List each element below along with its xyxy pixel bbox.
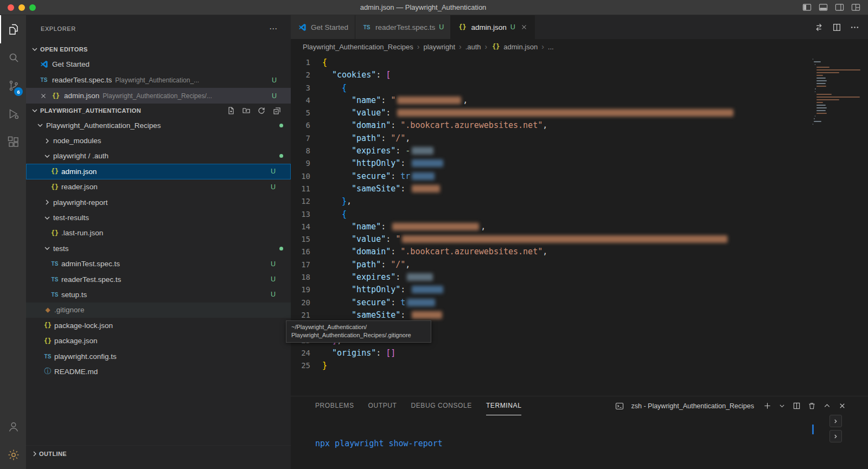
breadcrumb-item-admin.json[interactable]: {}admin.json — [491, 43, 538, 51]
line-number: 3 — [291, 82, 322, 94]
run-debug-icon[interactable] — [0, 100, 26, 128]
tab-readerTest.spec.ts[interactable]: TSreaderTest.spec.tsU — [355, 15, 451, 39]
tab-Get Started[interactable]: Get Started — [291, 15, 355, 39]
close-window-button[interactable] — [8, 4, 14, 11]
customize-layout-icon[interactable] — [851, 3, 860, 12]
code-line-4[interactable]: 4"name": ", — [291, 94, 868, 107]
tree-item-setup.ts[interactable]: TSsetup.tsU — [26, 287, 291, 302]
zoom-window-button[interactable] — [29, 4, 36, 11]
new-folder-icon[interactable] — [242, 106, 251, 115]
breadcrumb-item-.auth[interactable]: .auth — [465, 43, 481, 51]
minimize-window-button[interactable] — [18, 4, 25, 11]
code-line-11[interactable]: 11"sameSite": — [291, 183, 868, 195]
code-line-9[interactable]: 9"httpOnly": — [291, 157, 868, 170]
code-line-8[interactable]: 8"expires": - — [291, 145, 868, 157]
tree-item-.gitignore[interactable]: ◆.gitignore — [26, 303, 291, 318]
tree-item-.last-run.json[interactable]: {}.last-run.json — [26, 226, 291, 241]
close-editor-icon[interactable] — [39, 92, 48, 100]
code-line-12[interactable]: 12}, — [291, 195, 868, 208]
minimap[interactable] — [813, 59, 861, 126]
terminal-command[interactable]: npx playwright show-report — [315, 439, 443, 448]
code-line-24[interactable]: 24"origins": [] — [291, 347, 868, 359]
redacted-value — [412, 172, 435, 180]
search-icon[interactable] — [0, 43, 26, 72]
tree-item-playwright-report[interactable]: playwright-report — [26, 195, 291, 210]
code-line-21[interactable]: 21"sameSite": — [291, 309, 868, 322]
new-terminal-icon[interactable] — [763, 402, 771, 410]
tree-item-playwright / .auth[interactable]: playwright / .auth — [26, 149, 291, 164]
code-line-1[interactable]: 1{ — [291, 56, 868, 69]
new-file-icon[interactable] — [227, 106, 235, 115]
toggle-sidebar-left-icon[interactable] — [802, 3, 812, 12]
open-editor-admin.json[interactable]: {}admin.jsonPlaywright_Authentication_Re… — [26, 88, 291, 104]
outline-section[interactable]: OUTLINE — [26, 445, 291, 461]
code-line-7[interactable]: 7"path": "/", — [291, 132, 868, 145]
tree-item-adminTest.spec.ts[interactable]: TSadminTest.spec.tsU — [26, 256, 291, 272]
tree-item-Playwright_Authentication_Recipes[interactable]: Playwright_Authentication_Recipes — [26, 118, 291, 133]
split-terminal-icon[interactable] — [793, 402, 801, 410]
code-line-15[interactable]: 15"value": " — [291, 233, 868, 246]
kill-terminal-icon[interactable] — [808, 402, 816, 410]
more-actions-icon[interactable] — [850, 23, 859, 32]
collapse-folders-icon[interactable] — [272, 106, 281, 115]
tree-item-reader.json[interactable]: {}reader.jsonU — [26, 179, 291, 195]
panel-tab-problems[interactable]: PROBLEMS — [315, 396, 354, 415]
tree-item-playwright.config.ts[interactable]: TSplaywright.config.ts — [26, 349, 291, 364]
navigate-changes-icon[interactable] — [814, 23, 824, 32]
tree-item-readerTest.spec.ts[interactable]: TSreaderTest.spec.tsU — [26, 272, 291, 287]
code-line-16[interactable]: 16"domain": ".bookcart.azurewebsites.net… — [291, 246, 868, 258]
tree-item-label: admin.json — [61, 168, 97, 176]
code-line-5[interactable]: 5"value": — [291, 107, 868, 119]
breadcrumb-item-playwright[interactable]: playwright — [423, 43, 455, 51]
code-line-2[interactable]: 2"cookies": [ — [291, 69, 868, 81]
code-line-13[interactable]: 13{ — [291, 208, 868, 221]
tree-item-package.json[interactable]: {}package.json — [26, 333, 291, 348]
panel-tab-output[interactable]: OUTPUT — [368, 396, 397, 415]
code-line-6[interactable]: 6"domain": ".bookcart.azurewebsites.net"… — [291, 119, 868, 132]
tree-item-README.md[interactable]: ⓘREADME.md — [26, 364, 291, 379]
toggle-panel-icon[interactable] — [819, 3, 828, 12]
code-editor[interactable]: 1{2"cookies": [3{4"name": ",5"value": 6"… — [291, 54, 868, 396]
extensions-icon[interactable] — [0, 128, 26, 156]
project-header[interactable]: PLAYWRIGHT_AUTHENTICATION — [26, 104, 291, 118]
explorer-more-icon[interactable]: ⋯ — [269, 24, 278, 34]
split-editor-icon[interactable] — [832, 23, 841, 32]
close-tab-icon[interactable] — [520, 23, 528, 31]
terminal-scrollbar[interactable] — [812, 425, 814, 434]
maximize-panel-icon[interactable] — [823, 402, 831, 410]
breadcrumb-item-Playwright_Authentication_Recipes[interactable]: Playwright_Authentication_Recipes — [303, 43, 413, 51]
code-line-3[interactable]: 3{ — [291, 82, 868, 94]
code-line-25[interactable]: 25} — [291, 359, 868, 372]
source-control-icon[interactable]: 6 — [0, 72, 26, 100]
refresh-icon[interactable] — [257, 106, 266, 115]
open-editors-header[interactable]: OPEN EDITORS — [26, 42, 291, 56]
tree-item-tests[interactable]: tests — [26, 241, 291, 256]
tree-item-package-lock.json[interactable]: {}package-lock.json — [26, 318, 291, 333]
explorer-icon[interactable] — [0, 15, 26, 43]
code-line-18[interactable]: 18"expires": — [291, 271, 868, 284]
minimap-line — [814, 121, 821, 122]
toggle-sidebar-right-icon[interactable] — [835, 3, 844, 12]
open-editor-Get Started[interactable]: Get Started — [26, 56, 291, 72]
code-line-17[interactable]: 17"path": "/", — [291, 259, 868, 271]
breadcrumb-item-...[interactable]: ... — [548, 43, 554, 51]
terminal-tab-2[interactable] — [829, 430, 842, 442]
close-panel-icon[interactable] — [838, 402, 846, 410]
open-editor-readerTest.spec.ts[interactable]: TSreaderTest.spec.tsPlaywright_Authentic… — [26, 72, 291, 88]
tab-admin.json[interactable]: {}admin.jsonU — [451, 15, 534, 39]
tree-item-admin.json[interactable]: {}admin.jsonU — [26, 164, 291, 179]
terminal-dropdown-icon[interactable] — [778, 402, 786, 409]
settings-gear-icon[interactable] — [0, 441, 26, 469]
panel-tab-debug-console[interactable]: DEBUG CONSOLE — [411, 396, 472, 415]
panel-tab-terminal[interactable]: TERMINAL — [486, 396, 521, 415]
code-line-19[interactable]: 19"httpOnly": — [291, 284, 868, 296]
code-line-10[interactable]: 10"secure": tr — [291, 170, 868, 183]
code-line-20[interactable]: 20"secure": t — [291, 297, 868, 309]
tree-item-node_modules[interactable]: node_modules — [26, 133, 291, 148]
terminal-tab-1[interactable] — [829, 415, 842, 427]
code-line-14[interactable]: 14"name": , — [291, 221, 868, 233]
tree-item-test-results[interactable]: test-results — [26, 210, 291, 225]
tab-label: readerTest.spec.ts — [375, 23, 435, 31]
account-icon[interactable] — [0, 413, 26, 441]
terminal-session-label[interactable]: zsh - Playwright_Authentication_Recipes — [631, 402, 754, 410]
